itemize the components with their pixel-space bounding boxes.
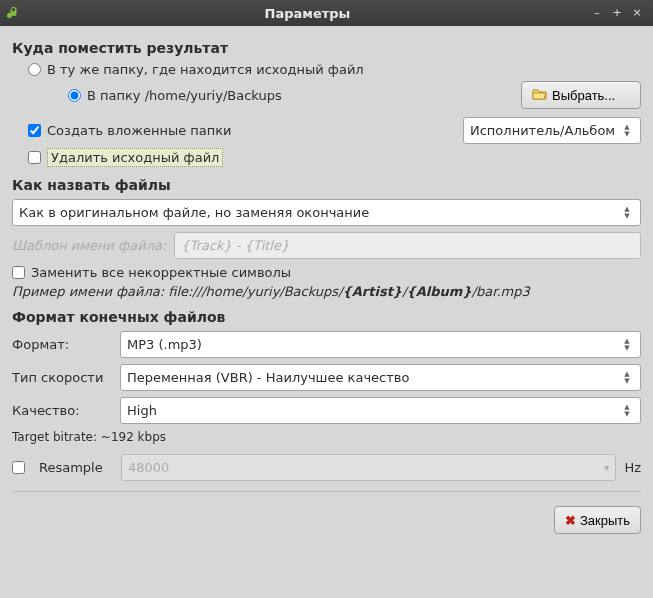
spinner-icon: ▲▼	[620, 206, 634, 220]
resample-row: Resample 48000 ▾ Hz	[12, 454, 641, 481]
spinner-icon: ▲▼	[620, 338, 634, 352]
example-prefix: file:///home/yuriy/Backups/	[168, 284, 342, 299]
window-title: Параметры	[28, 6, 587, 21]
chevron-down-icon: ▾	[604, 462, 609, 473]
bitrate-type-row: Тип скорости Переменная (VBR) - Наилучше…	[12, 364, 641, 391]
spinner-icon: ▲▼	[620, 371, 634, 385]
minimize-button[interactable]: –	[590, 6, 604, 20]
close-window-button[interactable]: ×	[630, 6, 644, 20]
target-bitrate-text: Target bitrate: ~192 kbps	[12, 430, 166, 444]
radio-into-folder-label: В папку /home/yuriy/Backups	[87, 88, 282, 103]
delete-original-row: Удалить исходный файл	[12, 148, 641, 167]
radio-same-folder[interactable]	[28, 63, 41, 76]
subfolder-pattern-select[interactable]: Исполнитель/Альбом ▲▼	[463, 117, 641, 144]
replace-bad-row: Заменить все некорректные символы	[12, 265, 641, 280]
quality-label: Качество:	[12, 403, 112, 418]
resample-value: 48000	[128, 460, 169, 475]
radio-same-folder-row: В ту же папку, где находится исходный фа…	[12, 62, 641, 77]
naming-pattern-value: Как в оригинальном файле, но заменяя око…	[19, 205, 369, 220]
delete-original-checkbox[interactable]	[28, 151, 41, 164]
section-format-title: Формат конечных файлов	[12, 309, 641, 325]
resample-checkbox[interactable]	[12, 461, 25, 474]
subfolder-pattern-value: Исполнитель/Альбом	[470, 123, 615, 138]
create-subfolders-checkbox[interactable]	[28, 124, 41, 137]
target-bitrate-row: Target bitrate: ~192 kbps	[12, 430, 641, 444]
template-input: {Track} - {Title}	[174, 232, 641, 259]
format-label: Формат:	[12, 337, 112, 352]
spinner-icon: ▲▼	[620, 404, 634, 418]
resample-label: Resample	[39, 460, 113, 475]
dialog-footer: ✖ Закрыть	[12, 498, 641, 534]
subfolders-row: Создать вложенные папки Исполнитель/Альб…	[12, 117, 641, 144]
choose-folder-label: Выбрать...	[552, 88, 615, 103]
format-value: MP3 (.mp3)	[127, 337, 202, 352]
radio-same-folder-label: В ту же папку, где находится исходный фа…	[47, 62, 364, 77]
bitrate-type-value: Переменная (VBR) - Наилучшее качество	[127, 370, 409, 385]
example-label: Пример имени файла:	[12, 284, 164, 299]
folder-open-icon	[532, 87, 548, 104]
template-label: Шаблон имени файла:	[12, 238, 166, 253]
close-icon: ✖	[565, 513, 576, 528]
close-button[interactable]: ✖ Закрыть	[554, 506, 641, 534]
maximize-button[interactable]: +	[610, 6, 624, 20]
template-row: Шаблон имени файла: {Track} - {Title}	[12, 232, 641, 259]
bitrate-type-label: Тип скорости	[12, 370, 112, 385]
choose-folder-button[interactable]: Выбрать...	[521, 81, 641, 109]
radio-into-folder-row: В папку /home/yuriy/Backups Выбрать...	[12, 81, 641, 109]
delete-original-label: Удалить исходный файл	[47, 148, 223, 167]
radio-into-folder[interactable]	[68, 89, 81, 102]
titlebar: Параметры – + ×	[0, 0, 653, 26]
naming-select-row: Как в оригинальном файле, но заменяя око…	[12, 199, 641, 226]
example-suffix: /bar.mp3	[472, 284, 530, 299]
format-select[interactable]: MP3 (.mp3) ▲▼	[120, 331, 641, 358]
close-button-label: Закрыть	[580, 513, 630, 528]
quality-value: High	[127, 403, 157, 418]
replace-bad-label: Заменить все некорректные символы	[31, 265, 291, 280]
hz-label: Hz	[624, 460, 641, 475]
resample-select: 48000 ▾	[121, 454, 616, 481]
spinner-icon: ▲▼	[620, 124, 634, 138]
replace-bad-checkbox[interactable]	[12, 266, 25, 279]
example-artist: {Artist}	[343, 284, 403, 299]
dialog-content: Куда поместить результат В ту же папку, …	[0, 26, 653, 542]
section-where-title: Куда поместить результат	[12, 40, 641, 56]
naming-pattern-select[interactable]: Как в оригинальном файле, но заменяя око…	[12, 199, 641, 226]
quality-select[interactable]: High ▲▼	[120, 397, 641, 424]
separator	[12, 491, 641, 492]
bitrate-type-select[interactable]: Переменная (VBR) - Наилучшее качество ▲▼	[120, 364, 641, 391]
app-icon	[6, 5, 22, 21]
example-row: Пример имени файла: file:///home/yuriy/B…	[12, 284, 641, 299]
example-album: {Album}	[407, 284, 472, 299]
template-placeholder: {Track} - {Title}	[181, 238, 289, 253]
format-row: Формат: MP3 (.mp3) ▲▼	[12, 331, 641, 358]
section-naming-title: Как назвать файлы	[12, 177, 641, 193]
create-subfolders-label: Создать вложенные папки	[47, 123, 232, 138]
quality-row: Качество: High ▲▼	[12, 397, 641, 424]
